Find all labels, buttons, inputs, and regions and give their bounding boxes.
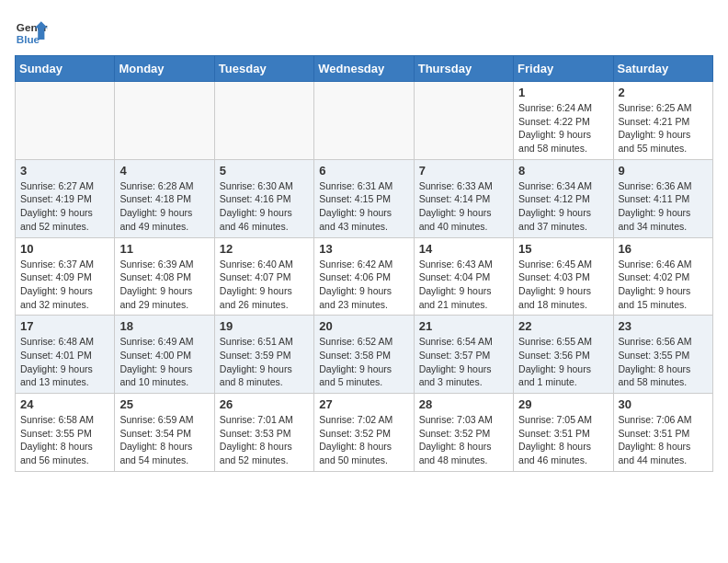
day-number: 27 [319,397,408,411]
calendar-day-cell: 24Sunrise: 6:58 AM Sunset: 3:55 PM Dayli… [16,394,115,472]
day-number: 12 [220,242,309,256]
day-info: Sunrise: 6:33 AM Sunset: 4:14 PM Dayligh… [419,179,508,234]
day-info: Sunrise: 6:24 AM Sunset: 4:22 PM Dayligh… [518,101,608,155]
day-number: 20 [319,319,408,333]
day-info: Sunrise: 6:42 AM Sunset: 4:06 PM Dayligh… [319,258,408,312]
calendar-day-cell: 16Sunrise: 6:46 AM Sunset: 4:02 PM Dayli… [613,237,712,316]
day-info: Sunrise: 6:55 AM Sunset: 3:56 PM Dayligh… [518,335,608,389]
weekday-header-cell: Saturday [613,56,712,82]
calendar-day-cell: 7Sunrise: 6:33 AM Sunset: 4:14 PM Daylig… [414,159,513,237]
svg-text:Blue: Blue [17,33,40,45]
day-info: Sunrise: 6:27 AM Sunset: 4:19 PM Dayligh… [20,179,109,234]
day-number: 26 [220,397,309,411]
weekday-header-cell: Tuesday [214,56,313,82]
day-info: Sunrise: 6:34 AM Sunset: 4:12 PM Dayligh… [518,179,608,234]
day-number: 24 [20,397,109,411]
day-number: 13 [319,242,408,256]
day-info: Sunrise: 6:49 AM Sunset: 4:00 PM Dayligh… [119,335,209,389]
day-info: Sunrise: 6:43 AM Sunset: 4:04 PM Dayligh… [419,258,508,312]
weekday-header-cell: Monday [115,56,214,82]
calendar-day-cell: 26Sunrise: 7:01 AM Sunset: 3:53 PM Dayli… [214,394,313,472]
calendar-day-cell: 23Sunrise: 6:56 AM Sunset: 3:55 PM Dayli… [613,316,712,394]
day-info: Sunrise: 6:31 AM Sunset: 4:15 PM Dayligh… [319,179,408,234]
calendar-day-cell [214,82,313,160]
page-header: General Blue [15,15,713,48]
calendar-day-cell [314,82,414,160]
weekday-header-cell: Friday [514,56,613,82]
calendar-day-cell: 30Sunrise: 7:06 AM Sunset: 3:51 PM Dayli… [613,394,712,472]
day-info: Sunrise: 7:05 AM Sunset: 3:51 PM Dayligh… [518,413,608,467]
day-number: 29 [518,397,608,411]
calendar-day-cell: 19Sunrise: 6:51 AM Sunset: 3:59 PM Dayli… [214,316,313,394]
calendar-day-cell: 28Sunrise: 7:03 AM Sunset: 3:52 PM Dayli… [414,394,513,472]
calendar-week-row: 10Sunrise: 6:37 AM Sunset: 4:09 PM Dayli… [16,237,713,316]
calendar-day-cell: 2Sunrise: 6:25 AM Sunset: 4:21 PM Daylig… [613,82,712,160]
day-info: Sunrise: 6:37 AM Sunset: 4:09 PM Dayligh… [20,258,109,312]
calendar-day-cell: 6Sunrise: 6:31 AM Sunset: 4:15 PM Daylig… [314,159,414,237]
day-info: Sunrise: 7:01 AM Sunset: 3:53 PM Dayligh… [220,413,309,467]
logo: General Blue [15,15,48,48]
calendar-week-row: 24Sunrise: 6:58 AM Sunset: 3:55 PM Dayli… [16,394,713,472]
calendar-week-row: 1Sunrise: 6:24 AM Sunset: 4:22 PM Daylig… [16,82,713,160]
day-number: 23 [619,319,708,333]
day-number: 15 [518,242,608,256]
day-number: 7 [419,164,508,178]
calendar-day-cell: 27Sunrise: 7:02 AM Sunset: 3:52 PM Dayli… [314,394,414,472]
day-number: 25 [119,397,209,411]
calendar-day-cell: 15Sunrise: 6:45 AM Sunset: 4:03 PM Dayli… [514,237,613,316]
day-info: Sunrise: 6:51 AM Sunset: 3:59 PM Dayligh… [220,335,309,389]
day-info: Sunrise: 6:30 AM Sunset: 4:16 PM Dayligh… [220,179,309,234]
weekday-header-cell: Wednesday [314,56,414,82]
calendar-day-cell: 25Sunrise: 6:59 AM Sunset: 3:54 PM Dayli… [115,394,214,472]
day-number: 30 [619,397,708,411]
day-info: Sunrise: 6:58 AM Sunset: 3:55 PM Dayligh… [20,413,109,467]
calendar-day-cell [115,82,214,160]
logo-icon: General Blue [15,15,48,48]
day-info: Sunrise: 7:03 AM Sunset: 3:52 PM Dayligh… [419,413,508,467]
day-info: Sunrise: 7:06 AM Sunset: 3:51 PM Dayligh… [619,413,708,467]
day-number: 10 [20,242,109,256]
calendar-day-cell: 22Sunrise: 6:55 AM Sunset: 3:56 PM Dayli… [514,316,613,394]
calendar-day-cell: 20Sunrise: 6:52 AM Sunset: 3:58 PM Dayli… [314,316,414,394]
day-number: 16 [619,242,708,256]
day-number: 22 [518,319,608,333]
day-info: Sunrise: 7:02 AM Sunset: 3:52 PM Dayligh… [319,413,408,467]
day-number: 4 [119,164,209,178]
calendar-day-cell: 12Sunrise: 6:40 AM Sunset: 4:07 PM Dayli… [214,237,313,316]
calendar-day-cell: 5Sunrise: 6:30 AM Sunset: 4:16 PM Daylig… [214,159,313,237]
weekday-header-row: SundayMondayTuesdayWednesdayThursdayFrid… [16,56,713,82]
calendar-day-cell: 21Sunrise: 6:54 AM Sunset: 3:57 PM Dayli… [414,316,513,394]
calendar-day-cell [414,82,513,160]
day-number: 19 [220,319,309,333]
calendar-day-cell: 14Sunrise: 6:43 AM Sunset: 4:04 PM Dayli… [414,237,513,316]
day-number: 5 [220,164,309,178]
calendar-day-cell: 4Sunrise: 6:28 AM Sunset: 4:18 PM Daylig… [115,159,214,237]
weekday-header-cell: Thursday [414,56,513,82]
day-info: Sunrise: 6:40 AM Sunset: 4:07 PM Dayligh… [220,258,309,312]
day-number: 9 [619,164,708,178]
day-info: Sunrise: 6:25 AM Sunset: 4:21 PM Dayligh… [619,101,708,155]
day-info: Sunrise: 6:59 AM Sunset: 3:54 PM Dayligh… [119,413,209,467]
day-number: 1 [518,86,608,99]
day-number: 11 [119,242,209,256]
calendar-week-row: 3Sunrise: 6:27 AM Sunset: 4:19 PM Daylig… [16,159,713,237]
day-info: Sunrise: 6:45 AM Sunset: 4:03 PM Dayligh… [518,258,608,312]
day-info: Sunrise: 6:36 AM Sunset: 4:11 PM Dayligh… [619,179,708,234]
calendar-day-cell: 17Sunrise: 6:48 AM Sunset: 4:01 PM Dayli… [16,316,115,394]
day-info: Sunrise: 6:39 AM Sunset: 4:08 PM Dayligh… [119,258,209,312]
calendar-day-cell: 10Sunrise: 6:37 AM Sunset: 4:09 PM Dayli… [16,237,115,316]
day-info: Sunrise: 6:28 AM Sunset: 4:18 PM Dayligh… [119,179,209,234]
day-number: 18 [119,319,209,333]
calendar-day-cell: 8Sunrise: 6:34 AM Sunset: 4:12 PM Daylig… [514,159,613,237]
calendar-table: SundayMondayTuesdayWednesdayThursdayFrid… [15,55,713,472]
day-number: 6 [319,164,408,178]
day-info: Sunrise: 6:52 AM Sunset: 3:58 PM Dayligh… [319,335,408,389]
day-info: Sunrise: 6:46 AM Sunset: 4:02 PM Dayligh… [619,258,708,312]
day-number: 21 [419,319,508,333]
calendar-day-cell: 3Sunrise: 6:27 AM Sunset: 4:19 PM Daylig… [16,159,115,237]
day-info: Sunrise: 6:48 AM Sunset: 4:01 PM Dayligh… [20,335,109,389]
weekday-header-cell: Sunday [16,56,115,82]
day-number: 17 [20,319,109,333]
day-info: Sunrise: 6:56 AM Sunset: 3:55 PM Dayligh… [619,335,708,389]
day-number: 3 [20,164,109,178]
